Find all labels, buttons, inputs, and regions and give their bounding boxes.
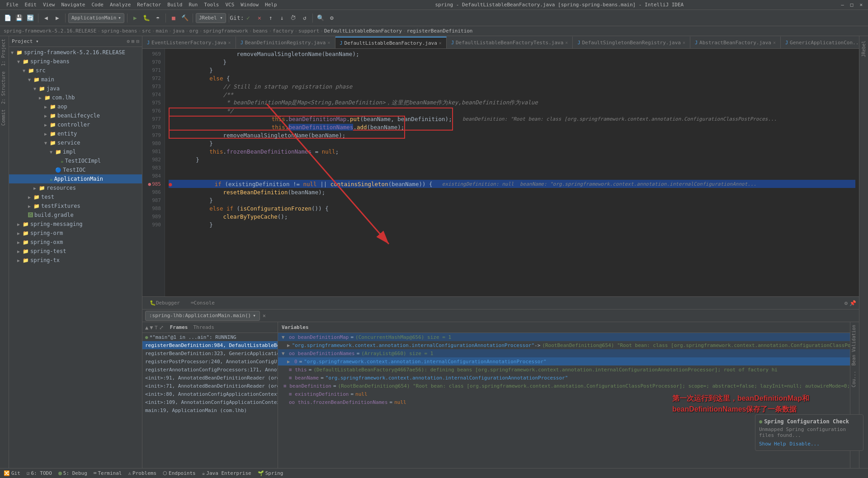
forward-button[interactable]: ▶ [52, 13, 62, 23]
bc-support[interactable]: support [298, 28, 319, 34]
tree-entity[interactable]: ▶ 📁 entity [9, 129, 142, 138]
tree-spring-oxm[interactable]: ▶ 📁 spring-oxm [9, 238, 142, 247]
frame-register-984[interactable]: registerBeanDefinition:984, DefaultLista… [142, 341, 278, 349]
expand-icon[interactable]: ▶ [287, 342, 290, 348]
tree-spring-test[interactable]: ▶ 📁 spring-test [9, 247, 142, 256]
bt-terminal[interactable]: ⌨ Terminal [92, 470, 124, 476]
frames-export-icon[interactable]: ⤢ [159, 324, 164, 331]
git-cross[interactable]: ✕ [255, 13, 264, 23]
tree-main[interactable]: ▼ 📁 main [9, 75, 142, 84]
frames-down-icon[interactable]: ▼ [150, 324, 153, 331]
minimize-button[interactable]: – [839, 2, 846, 8]
sidebar-project[interactable]: 1: Project [0, 36, 9, 69]
git-refresh[interactable]: ↺ [300, 13, 310, 23]
tree-src[interactable]: ▼ 📁 src [9, 66, 142, 75]
var-this[interactable]: ≡ this = (DefaultListableBeanFactory@466… [278, 366, 850, 374]
tab-close-icon[interactable]: × [565, 40, 568, 45]
frame-init-91[interactable]: <init>:91, AnnotatedBeanDefinitionReader… [142, 374, 278, 382]
bc-class[interactable]: DefaultListableBeanFactory [324, 28, 402, 34]
save-button[interactable]: 💾 [14, 13, 24, 23]
tree-resources[interactable]: ▶ 📁 resources [9, 183, 142, 192]
menu-view[interactable]: View [40, 1, 58, 9]
sidebar-notifications[interactable]: JRebel [860, 38, 867, 60]
frame-init-71[interactable]: <init>:71, AnnotatedBeanDefinitionReader… [142, 382, 278, 390]
coverage-button[interactable]: ☂ [153, 13, 163, 23]
debug-button[interactable]: 🐛 [142, 13, 151, 23]
tree-service[interactable]: ▼ 📁 service [9, 138, 142, 147]
bt-problems[interactable]: ⚠ Problems [126, 470, 158, 476]
tree-expand-icon[interactable]: ⊞ [132, 38, 135, 44]
tab-event-listener[interactable]: J EventListenerFactory.java × [142, 37, 236, 48]
bc-module[interactable]: spring-beans [101, 28, 137, 34]
bt-git[interactable]: 🔀 Git [2, 470, 22, 476]
bc-springframework[interactable]: springframework [203, 28, 248, 34]
bc-main[interactable]: main [156, 28, 168, 34]
menu-vcs[interactable]: VCS [222, 1, 237, 9]
var-bean-def-map-entry[interactable]: ▶ "org.springframework.context.annotatio… [278, 341, 850, 349]
bc-org[interactable]: org [189, 28, 198, 34]
debug-tab-debugger[interactable]: 🐛 Debugger [145, 297, 184, 309]
bc-src[interactable]: src [142, 28, 151, 34]
tab-close-icon[interactable]: × [228, 40, 231, 45]
code-content[interactable]: removeManualSingletonName(beanName); } }… [165, 49, 859, 296]
search-button[interactable]: 🔍 [316, 13, 326, 23]
menu-tools[interactable]: Tools [201, 1, 222, 9]
tree-testioc[interactable]: 🔵 TestIOC [9, 165, 142, 174]
frame-main-19[interactable]: main:19, ApplicationMain (com.lhb) [142, 406, 278, 414]
run-button[interactable]: ▶ [130, 13, 140, 23]
debug-tab-console[interactable]: ⌨ Console [186, 297, 219, 309]
sidebar-count[interactable]: Cou... [850, 368, 859, 390]
sidebar-commit[interactable]: Commit [0, 107, 9, 128]
var-bean-def-names-0[interactable]: ▶ 0 = "org.springframework.context.annot… [278, 357, 850, 366]
frames-up-icon[interactable]: ▲ [145, 324, 148, 331]
close-button[interactable]: ✕ [858, 2, 864, 8]
expand-icon[interactable]: ▼ [282, 334, 287, 340]
tab-generic-app-context[interactable]: J GenericApplicationCon... × [781, 37, 859, 48]
tab-default-singleton[interactable]: J DefaultSingletonBeanRegistry.java × [573, 37, 690, 48]
git-pull[interactable]: ↓ [277, 13, 287, 23]
bt-java-enterprise[interactable]: ☕ Java Enterprise [200, 470, 253, 476]
bc-factory[interactable]: factory [273, 28, 293, 34]
frames-filter-icon[interactable]: ⊤ [154, 324, 157, 331]
debug-settings-button[interactable]: ⚙ [844, 300, 848, 306]
var-bean-def-map[interactable]: ▼ oo beanDefinitionMap = (ConcurrentHash… [278, 333, 850, 341]
tab-default-listable[interactable]: J DefaultListableBeanFactory.java × [335, 37, 447, 48]
tab-bean-def-registry[interactable]: J BeanDefinitionRegistry.java × [236, 37, 335, 48]
git-button[interactable]: Git: [232, 13, 242, 23]
menu-run[interactable]: Run [186, 1, 200, 9]
bc-java[interactable]: java [173, 28, 185, 34]
tree-testiocimpl[interactable]: ☕ TestIOCImpl [9, 156, 142, 165]
tree-spring-messaging[interactable]: ▶ 📁 spring-messaging [9, 220, 142, 229]
frame-init-80[interactable]: <init>:80, AnnotationConfigApplicationCo… [142, 390, 278, 398]
var-bean-definition[interactable]: ≡ beanDefinition = (RootBeanDefinition@6… [278, 382, 850, 390]
run-close-icon[interactable]: × [263, 313, 266, 319]
bc-beans[interactable]: beans [253, 28, 268, 34]
jrebel-dropdown[interactable]: JRebel ▾ [196, 13, 226, 23]
new-file-button[interactable]: 📄 [3, 13, 13, 23]
menu-edit[interactable]: Edit [22, 1, 40, 9]
tree-spring-tx[interactable]: ▶ 📁 spring-tx [9, 256, 142, 265]
tab-abstract-bean-factory[interactable]: J AbstractBeanFactory.java × [690, 37, 781, 48]
bc-method[interactable]: registerBeanDefinition [407, 28, 473, 34]
var-bean-def-names[interactable]: ▼ oo beanDefinitionNames = (ArrayList@66… [278, 349, 850, 357]
stop-button[interactable]: ■ [169, 13, 179, 23]
sidebar-structure[interactable]: 2: Structure [0, 69, 9, 107]
menu-code[interactable]: Code [89, 1, 106, 9]
tab-close-icon[interactable]: × [773, 40, 776, 45]
frames-label[interactable]: Frames [170, 324, 188, 330]
frame-running[interactable]: ● *"main"@1 in ...ain": RUNNING [142, 333, 278, 341]
var-frozen-names[interactable]: oo this.frozenBeanDefinitionNames = null [278, 398, 850, 406]
tree-settings-icon[interactable]: ⚙ [127, 38, 130, 44]
menu-navigate[interactable]: Navigate [59, 1, 88, 9]
menu-build[interactable]: Build [165, 1, 185, 9]
frame-init-109[interactable]: <init>:109, AnnotationConfigApplicationC… [142, 398, 278, 406]
tab-default-listable-tests[interactable]: J DefaultListableBeanFactoryTests.java × [447, 37, 573, 48]
build-button[interactable]: 🔨 [180, 13, 190, 23]
bt-spring[interactable]: 🌱 Spring [256, 470, 285, 476]
frame-register-anno[interactable]: registerAnnotationConfigProcessors:171, … [142, 366, 278, 374]
tree-test[interactable]: ▶ 📁 test [9, 192, 142, 202]
disable-button[interactable]: Disable... [790, 441, 820, 447]
tree-testfixtures[interactable]: ▶ 📁 testFixtures [9, 202, 142, 211]
app-menus[interactable]: File Edit View Navigate Code Analyze Ref… [4, 1, 280, 9]
tree-impl[interactable]: ▼ 📁 impl [9, 147, 142, 156]
